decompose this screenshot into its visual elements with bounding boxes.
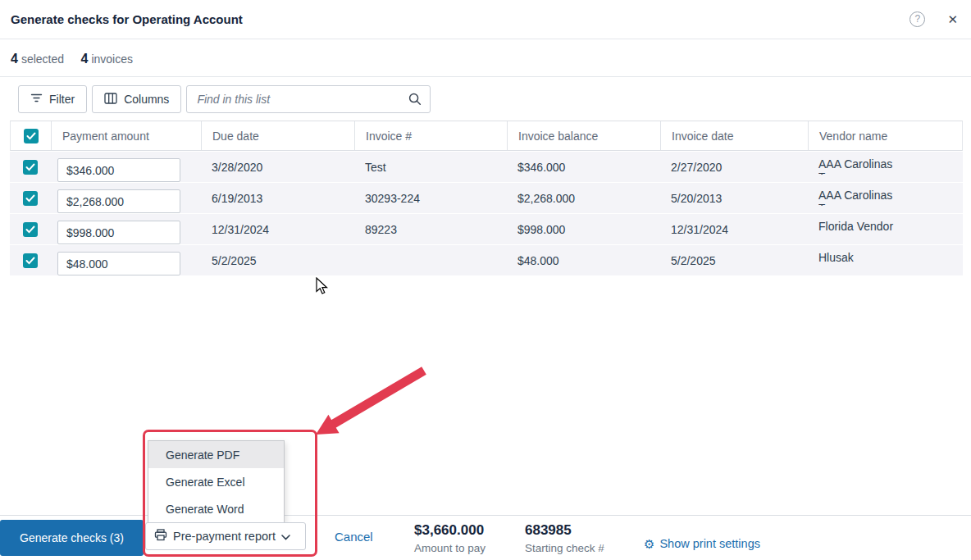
starting-check-value: 683985 [525, 522, 604, 539]
vendor-name-cell: AAA CarolinasT [808, 152, 963, 182]
column-header-vendor-name[interactable]: Vendor name [809, 121, 962, 150]
list-toolbar: Filter Columns [0, 77, 971, 121]
invoices-count-group: 4invoices [81, 52, 134, 66]
select-all-cell [11, 121, 52, 150]
pre-payment-report-label: Pre-payment report [173, 530, 276, 543]
cancel-link[interactable]: Cancel [335, 530, 373, 544]
invoices-label: invoices [91, 52, 133, 66]
payment-amount-cell [51, 245, 201, 275]
payment-amount-cell [51, 183, 201, 213]
generate-checks-button[interactable]: Generate checks (3) [0, 520, 144, 556]
row-checkbox[interactable] [23, 222, 38, 237]
payment-amount-input[interactable] [57, 252, 180, 275]
printer-icon [154, 529, 167, 544]
mouse-cursor [316, 277, 329, 295]
starting-check-label: Starting check # [525, 542, 604, 554]
show-print-settings-label: Show print settings [659, 537, 760, 550]
invoice-number-cell: 30293-224 [354, 183, 507, 213]
row-checkbox[interactable] [23, 191, 38, 206]
amount-to-pay-label: Amount to pay [414, 542, 486, 554]
invoice-balance-cell: $346.000 [507, 152, 660, 182]
filter-button-label: Filter [49, 93, 75, 106]
vendor-name-text: Hlusak [818, 251, 963, 264]
due-date-cell: 3/28/2020 [201, 152, 354, 182]
vendor-name-cell: Hlusak [808, 245, 963, 275]
starting-check-stat: 683985 Starting check # [525, 522, 604, 554]
row-checkbox[interactable] [23, 253, 38, 268]
invoice-balance-cell: $2,268.000 [507, 183, 660, 213]
help-icon[interactable]: ? [909, 11, 925, 27]
invoice-number-cell: Test [354, 152, 507, 182]
row-checkbox-cell [10, 214, 51, 244]
search-field-wrapper [186, 85, 431, 113]
filter-icon [30, 93, 43, 106]
vendor-name-clipped-line: T [818, 202, 963, 206]
modal-header: Generate checks for Operating Account ? … [0, 0, 971, 39]
vendor-name-cell: AAA CarolinasT [808, 183, 963, 213]
invoice-date-cell: 5/2/2025 [660, 245, 808, 275]
invoices-count: 4 [81, 52, 89, 66]
column-header-invoice-number[interactable]: Invoice # [355, 121, 508, 150]
search-input[interactable] [186, 85, 431, 113]
show-print-settings-link[interactable]: ⚙ Show print settings [644, 537, 760, 550]
vendor-name-text: AAA Carolinas [818, 189, 963, 202]
menu-item-generate-excel[interactable]: Generate Excel [148, 468, 284, 495]
columns-icon [104, 93, 117, 107]
pre-payment-report-button[interactable]: Pre-payment report [145, 522, 306, 550]
select-all-checkbox[interactable] [24, 129, 39, 143]
close-icon[interactable]: ✕ [947, 12, 958, 27]
columns-button[interactable]: Columns [92, 85, 181, 113]
invoice-date-cell: 12/31/2024 [660, 214, 808, 244]
selected-count: 4 [11, 52, 18, 66]
row-checkbox-cell [10, 183, 51, 213]
selected-count-group: 4selected [11, 52, 64, 66]
column-header-due-date[interactable]: Due date [202, 121, 355, 150]
vendor-name-text: Florida Vendor [818, 220, 963, 233]
vendor-name-clipped-line: T [818, 171, 963, 175]
invoice-date-cell: 2/27/2020 [660, 152, 808, 182]
modal-title: Generate checks for Operating Account [11, 12, 243, 26]
table-row: 6/19/2013 30293-224 $2,268.000 5/20/2013… [10, 183, 963, 213]
column-header-payment-amount[interactable]: Payment amount [52, 121, 202, 150]
payment-amount-cell [51, 214, 201, 244]
selected-label: selected [21, 52, 64, 66]
due-date-cell: 12/31/2024 [201, 214, 354, 244]
menu-item-generate-word[interactable]: Generate Word [148, 495, 284, 522]
invoice-number-cell: 89223 [354, 214, 507, 244]
menu-item-generate-pdf[interactable]: Generate PDF [148, 441, 284, 468]
payment-amount-cell [51, 152, 201, 182]
invoice-date-cell: 5/20/2013 [660, 183, 808, 213]
invoice-balance-cell: $998.000 [507, 214, 660, 244]
row-checkbox-cell [10, 152, 51, 182]
selection-summary: 4selected 4invoices [0, 39, 971, 77]
invoice-table: Payment amount Due date Invoice # Invoic… [10, 121, 963, 275]
columns-button-label: Columns [124, 93, 169, 106]
due-date-cell: 5/2/2025 [201, 245, 354, 275]
filter-button[interactable]: Filter [18, 85, 87, 113]
payment-amount-input[interactable] [57, 189, 180, 213]
amount-to-pay-stat: $3,660.000 Amount to pay [414, 522, 486, 554]
due-date-cell: 6/19/2013 [201, 183, 354, 213]
row-checkbox-cell [10, 245, 51, 275]
column-header-invoice-balance[interactable]: Invoice balance [508, 121, 661, 150]
gear-icon: ⚙ [644, 538, 654, 550]
table-row: 3/28/2020 Test $346.000 2/27/2020 AAA Ca… [10, 152, 963, 182]
vendor-name-cell: Florida Vendor [808, 214, 963, 244]
table-header-row: Payment amount Due date Invoice # Invoic… [10, 121, 963, 151]
invoice-number-cell [354, 245, 507, 275]
chevron-down-icon [281, 530, 290, 543]
table-row: 5/2/2025 $48.000 5/2/2025 Hlusak [10, 245, 963, 275]
column-header-invoice-date[interactable]: Invoice date [661, 121, 809, 150]
invoice-balance-cell: $48.000 [507, 245, 660, 275]
row-checkbox[interactable] [23, 160, 38, 175]
amount-to-pay-value: $3,660.000 [414, 522, 486, 539]
payment-amount-input[interactable] [57, 158, 180, 182]
report-format-menu: Generate PDF Generate Excel Generate Wor… [148, 440, 285, 523]
payment-amount-input[interactable] [57, 221, 180, 244]
table-row: 12/31/2024 89223 $998.000 12/31/2024 Flo… [10, 214, 963, 244]
vendor-name-text: AAA Carolinas [818, 157, 963, 171]
